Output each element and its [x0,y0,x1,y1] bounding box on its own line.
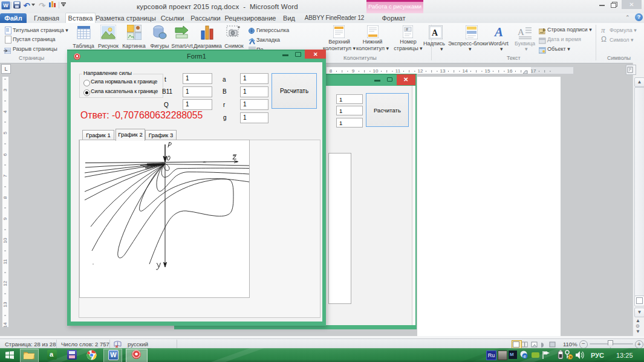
svg-text:9: 9 [2,217,8,220]
svg-text:10: 10 [373,68,379,74]
svg-text:15: 15 [485,68,490,74]
svg-text:6: 6 [2,153,8,156]
svg-text:3: 3 [2,88,8,91]
svg-text:A: A [518,27,524,37]
svg-text:A: A [432,28,438,37]
svg-text:12: 12 [418,68,423,74]
svg-text:13: 13 [2,302,8,307]
svg-text:11: 11 [2,259,8,264]
svg-text:4: 4 [2,110,8,113]
svg-text:14: 14 [463,68,468,74]
svg-text:14: 14 [2,322,8,327]
svg-text:11: 11 [395,68,401,74]
svg-text:17: 17 [531,68,536,74]
svg-text:#: # [406,27,408,31]
svg-text:8: 8 [2,196,8,199]
svg-text:7: 7 [2,174,8,177]
svg-text:e: e [524,354,527,359]
svg-text:5: 5 [2,131,8,134]
svg-text:8: 8 [330,68,333,74]
svg-text:9: 9 [352,68,355,74]
svg-text:13: 13 [440,68,446,74]
svg-text:12: 12 [2,280,8,286]
svg-text:16: 16 [507,68,513,74]
svg-text:10: 10 [2,238,8,243]
